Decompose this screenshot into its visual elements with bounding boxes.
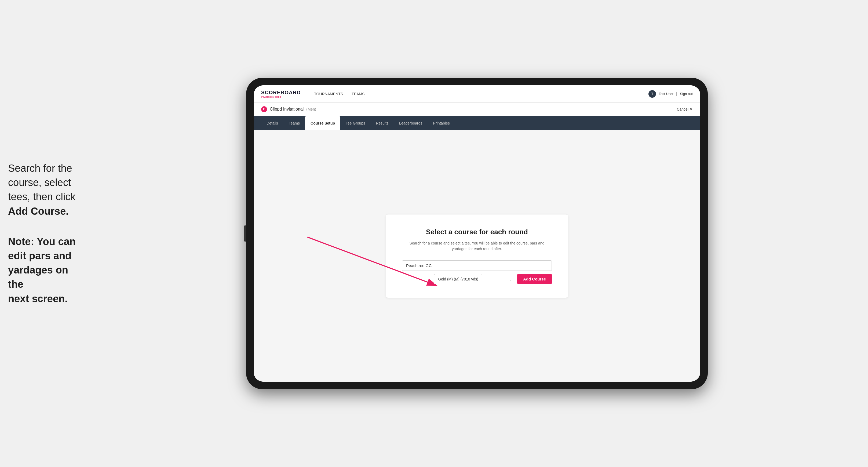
tournament-gender: (Men) [306, 107, 316, 112]
note-text-2: edit pars and [8, 250, 72, 261]
top-nav-links: TOURNAMENTS TEAMS [314, 92, 638, 96]
cancel-icon: ✕ [689, 107, 693, 112]
tab-teams[interactable]: Teams [283, 116, 305, 130]
tab-printables[interactable]: Printables [428, 116, 455, 130]
user-avatar: T [648, 90, 656, 98]
logo-sub: Powered by clippd [261, 96, 301, 98]
top-nav-right: T Test User | Sign out [648, 90, 693, 98]
user-name: Test User [659, 92, 674, 96]
course-setup-card: Select a course for each round Search fo… [386, 214, 568, 298]
course-search-input[interactable] [402, 260, 552, 271]
instruction-text-1: Search for the [8, 163, 72, 174]
cancel-label: Cancel [677, 107, 688, 112]
main-content: Select a course for each round Search fo… [254, 130, 700, 382]
logo-main: SCOREBOARD [261, 90, 301, 96]
tab-course-setup[interactable]: Course Setup [305, 116, 340, 130]
course-card-description: Search for a course and select a tee. Yo… [402, 241, 552, 252]
logo-area: SCOREBOARD Powered by clippd [261, 90, 301, 98]
tab-results[interactable]: Results [370, 116, 394, 130]
tee-select-wrapper: Gold (M) (M) (7010 yds) [402, 274, 515, 284]
tablet-device: SCOREBOARD Powered by clippd TOURNAMENTS… [246, 78, 708, 389]
note-text-4: next screen. [8, 293, 68, 304]
nav-tournaments[interactable]: TOURNAMENTS [314, 92, 343, 96]
tab-tee-groups[interactable]: Tee Groups [340, 116, 370, 130]
sign-out-link[interactable]: Sign out [680, 92, 693, 96]
tee-select[interactable]: Gold (M) (M) (7010 yds) [434, 274, 482, 284]
note-section: Note: You can edit pars and yardages on … [8, 234, 83, 306]
tournament-header: C Clippd Invitational (Men) Cancel ✕ [254, 102, 700, 116]
tab-bar: Details Teams Course Setup Tee Groups Re… [254, 116, 700, 130]
top-nav: SCOREBOARD Powered by clippd TOURNAMENTS… [254, 85, 700, 102]
instruction-bold: Add Course. [8, 205, 69, 217]
cancel-button[interactable]: Cancel ✕ [677, 107, 693, 112]
instruction-panel: Search for the course, select tees, then… [8, 161, 83, 306]
tournament-name: Clippd Invitational [270, 107, 304, 112]
tablet-screen: SCOREBOARD Powered by clippd TOURNAMENTS… [254, 85, 700, 382]
instruction-text-3: tees, then click [8, 191, 75, 203]
tab-leaderboards[interactable]: Leaderboards [394, 116, 428, 130]
nav-teams[interactable]: TEAMS [351, 92, 365, 96]
note-text-3: yardages on the [8, 264, 68, 290]
tournament-title-area: C Clippd Invitational (Men) [261, 106, 316, 112]
tablet-side-button [244, 225, 246, 242]
tee-select-row: Gold (M) (M) (7010 yds) Add Course [402, 274, 552, 284]
course-card-title: Select a course for each round [402, 228, 552, 236]
add-course-button[interactable]: Add Course [517, 274, 552, 284]
pipe-separator: | [676, 92, 677, 96]
tab-details[interactable]: Details [261, 116, 283, 130]
note-text-1: Note: You can [8, 236, 76, 247]
instruction-text-2: course, select [8, 177, 71, 188]
tournament-logo: C [261, 106, 267, 112]
